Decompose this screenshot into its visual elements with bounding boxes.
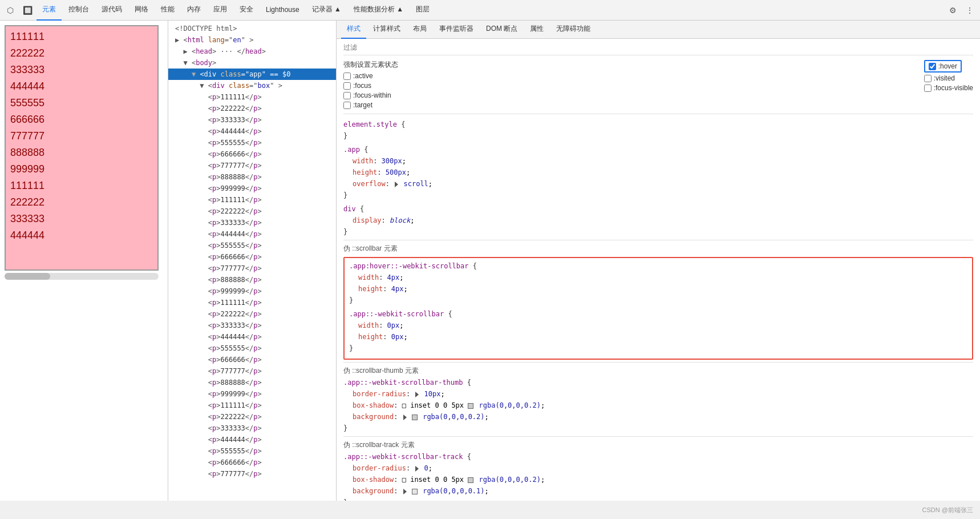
html-line-p25[interactable]: <p>777777</p> xyxy=(168,365,336,377)
tab-network[interactable]: 网络 xyxy=(129,0,154,21)
html-line-p34[interactable]: <p>777777</p> xyxy=(168,468,336,480)
html-line-p13[interactable]: <p>444444</p> xyxy=(168,228,336,240)
checkbox-visited-input[interactable] xyxy=(924,75,932,82)
html-line-p11[interactable]: <p>222222</p> xyxy=(168,206,336,217)
tab-sources[interactable]: 源代码 xyxy=(96,0,128,21)
html-line-p14[interactable]: <p>555555</p> xyxy=(168,240,336,251)
tab-elements[interactable]: 元素 xyxy=(37,0,62,21)
checkbox-target-input[interactable] xyxy=(343,102,351,109)
track-background: background: rgba(0,0,0,0.1); xyxy=(343,485,973,497)
html-line-p10[interactable]: <p>111111</p> xyxy=(168,194,336,206)
checkbox-hover-input[interactable] xyxy=(929,63,936,70)
track-bg-triangle[interactable] xyxy=(403,489,407,494)
html-line-p2[interactable]: <p>222222</p> xyxy=(168,103,336,114)
checkbox-focus-within[interactable]: :focus-within xyxy=(343,91,398,99)
tab-lighthouse[interactable]: Lighthouse xyxy=(260,0,305,21)
preview-box[interactable]: 111111 222222 333333 444444 555555 66666… xyxy=(5,25,159,271)
html-line-p33[interactable]: <p>666666</p> xyxy=(168,457,336,468)
html-line-p18[interactable]: <p>999999</p> xyxy=(168,285,336,297)
html-line-p31[interactable]: <p>444444</p> xyxy=(168,434,336,445)
html-panel[interactable]: <!DOCTYPE html> ▶ <html lang="en" > ▶ <h… xyxy=(168,21,337,501)
checkbox-target[interactable]: :target xyxy=(343,101,398,109)
tab-accessibility[interactable]: 无障碍功能 xyxy=(550,21,596,39)
html-line-div-app[interactable]: ▼ <div class="app" == $0 xyxy=(168,69,336,80)
html-line-p27[interactable]: <p>999999</p> xyxy=(168,388,336,400)
html-line-p1[interactable]: <p>111111</p> xyxy=(168,91,336,103)
tab-event-listeners[interactable]: 事件监听器 xyxy=(434,21,479,39)
html-line-html[interactable]: ▶ <html lang="en" > xyxy=(168,34,336,46)
thumb-close: } xyxy=(343,423,973,434)
tab-computed[interactable]: 计算样式 xyxy=(367,21,406,39)
html-line-p9[interactable]: <p>999999</p> xyxy=(168,183,336,194)
checkbox-active[interactable]: :active xyxy=(343,72,398,80)
horizontal-scrollbar-track[interactable] xyxy=(5,273,159,280)
more-btn[interactable]: ⋮ xyxy=(962,2,978,18)
checkbox-active-input[interactable] xyxy=(343,73,351,80)
checkbox-visited[interactable]: :visited xyxy=(924,74,955,82)
bg-color-swatch[interactable] xyxy=(412,415,418,420)
html-line-doctype: <!DOCTYPE html> xyxy=(168,23,336,34)
html-line-p7[interactable]: <p>777777</p> xyxy=(168,160,336,171)
div-display: display: block; xyxy=(343,215,973,226)
checkbox-focus-visible-input[interactable] xyxy=(924,85,932,92)
force-state-right: :hover :visited :focus-visible xyxy=(924,60,973,92)
tab-performance[interactable]: 性能 xyxy=(155,0,180,21)
html-line-p4[interactable]: <p>444444</p> xyxy=(168,126,336,137)
cursor-btn[interactable]: ⬡ xyxy=(2,2,18,18)
tab-performance-insights[interactable]: 性能数据分析 ▲ xyxy=(348,0,409,21)
html-line-p22[interactable]: <p>444444</p> xyxy=(168,331,336,343)
tab-recorder[interactable]: 记录器 ▲ xyxy=(306,0,347,21)
html-line-p15[interactable]: <p>666666</p> xyxy=(168,251,336,263)
checkbox-focus-visible[interactable]: :focus-visible xyxy=(924,84,973,92)
tab-layout[interactable]: 布局 xyxy=(407,21,432,39)
checkbox-hover[interactable]: :hover xyxy=(924,60,962,73)
tab-console[interactable]: 控制台 xyxy=(63,0,95,21)
html-line-p12[interactable]: <p>333333</p> xyxy=(168,217,336,228)
checkbox-focus[interactable]: :focus xyxy=(343,82,398,90)
html-line-p17[interactable]: <p>888888</p> xyxy=(168,274,336,285)
html-line-p23[interactable]: <p>555555</p> xyxy=(168,343,336,354)
tab-dom-breakpoints[interactable]: DOM 断点 xyxy=(480,21,523,39)
track-box-shadow-swatch[interactable] xyxy=(468,477,473,483)
bg-triangle[interactable] xyxy=(403,415,407,420)
html-line-p5[interactable]: <p>555555</p> xyxy=(168,137,336,148)
box-shadow-color-swatch[interactable] xyxy=(468,403,473,409)
app-selector: .app { xyxy=(343,144,973,155)
styles-panel[interactable]: 强制设置元素状态 :active :focus :focus-within xyxy=(337,39,980,501)
tab-properties[interactable]: 属性 xyxy=(524,21,549,39)
html-line-p29[interactable]: <p>222222</p> xyxy=(168,411,336,423)
html-line-p26[interactable]: <p>888888</p> xyxy=(168,377,336,388)
horizontal-scrollbar-thumb[interactable] xyxy=(5,273,50,280)
tab-security[interactable]: 安全 xyxy=(234,0,259,21)
html-line-div-box[interactable]: ▼ <div class="box" > xyxy=(168,80,336,91)
checkbox-focus-within-input[interactable] xyxy=(343,92,351,99)
checkbox-focus-input[interactable] xyxy=(343,82,351,90)
track-box-shadow: box-shadow: □ inset 0 0 5px rgba(0,0,0,0… xyxy=(343,474,973,485)
track-border-radius-triangle[interactable] xyxy=(415,466,419,472)
settings-btn[interactable]: ⚙ xyxy=(945,2,961,18)
html-line-p6[interactable]: <p>666666</p> xyxy=(168,148,336,160)
html-line-p20[interactable]: <p>222222</p> xyxy=(168,308,336,320)
html-line-p16[interactable]: <p>777777</p> xyxy=(168,263,336,274)
html-line-p28[interactable]: <p>111111</p> xyxy=(168,400,336,411)
tab-layers[interactable]: 图层 xyxy=(410,0,435,21)
html-line-head[interactable]: ▶ <head> ··· </head> xyxy=(168,46,336,57)
pseudo-scrollbar-track-header: 伪 ::scrollbar-track 元素 xyxy=(343,436,973,451)
html-line-p24[interactable]: <p>666666</p> xyxy=(168,354,336,365)
html-line-p8[interactable]: <p>888888</p> xyxy=(168,171,336,183)
tab-styles[interactable]: 样式 xyxy=(341,21,366,39)
border-radius-triangle[interactable] xyxy=(415,392,419,397)
app-scrollbar-selector: .app::-webkit-scrollbar { xyxy=(349,308,967,320)
tab-memory[interactable]: 内存 xyxy=(181,0,206,21)
html-line-p3[interactable]: <p>333333</p> xyxy=(168,114,336,126)
html-line-p21[interactable]: <p>333333</p> xyxy=(168,320,336,331)
html-line-p30[interactable]: <p>333333</p> xyxy=(168,423,336,434)
filter-input[interactable] xyxy=(343,43,973,51)
tab-application[interactable]: 应用 xyxy=(208,0,233,21)
html-line-body[interactable]: ▼ <body> xyxy=(168,57,336,69)
overflow-triangle[interactable] xyxy=(395,182,398,187)
inspect-btn[interactable]: 🔲 xyxy=(19,2,35,18)
track-bg-swatch[interactable] xyxy=(412,489,418,494)
html-line-p32[interactable]: <p>555555</p> xyxy=(168,445,336,457)
html-line-p19[interactable]: <p>111111</p> xyxy=(168,297,336,308)
